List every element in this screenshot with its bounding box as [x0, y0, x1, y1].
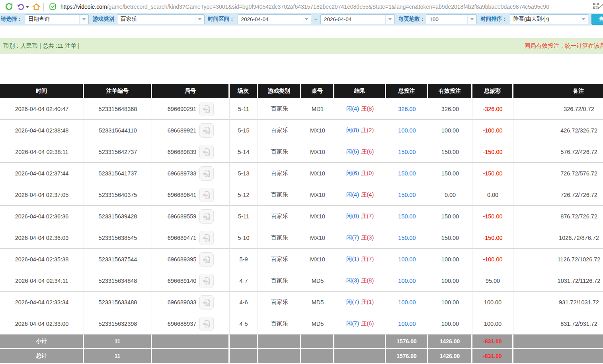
video-replay-button[interactable] — [199, 188, 214, 202]
cell-result: 闲(4) 庄(4) — [334, 184, 386, 206]
video-replay-button[interactable] — [199, 166, 214, 181]
cell-remark: 726.72/726.72 — [513, 184, 603, 206]
refresh-icon[interactable] — [4, 2, 14, 12]
cell-result: 闲(6) 庄(0) — [334, 163, 386, 184]
result-banker: 庄(7) — [361, 212, 374, 220]
date-from-value: 2026-04-04 — [238, 15, 302, 24]
footer-empty — [152, 349, 230, 363]
cell-total-bet[interactable]: 100.00 — [386, 249, 428, 270]
cell-round-id: 696690291 — [152, 98, 230, 120]
page-size-select[interactable]: 100 — [426, 14, 477, 24]
cell-total-bet[interactable]: 100.00 — [386, 120, 428, 141]
result-player: 闲(1) — [346, 255, 359, 263]
cell-session: 5-13 — [230, 163, 258, 184]
result-banker: 庄(1) — [361, 298, 374, 306]
table-row: 2026-04-04 02:33:34 523315633488 6966890… — [0, 292, 603, 313]
cell-total-bet[interactable]: 150.00 — [386, 184, 428, 206]
url-domain: videoie.com — [77, 4, 107, 10]
secure-shield-icon[interactable] — [48, 2, 57, 12]
footer-count: 11 — [84, 349, 152, 363]
home-icon[interactable] — [31, 2, 41, 12]
cell-total-bet[interactable]: 100.00 — [386, 313, 428, 335]
round-id-text: 696689559 — [168, 213, 197, 220]
footer-empty — [301, 349, 334, 363]
cell-result: 闲(0) 庄(7) — [334, 206, 386, 227]
url-scheme: https:// — [60, 4, 77, 10]
video-replay-button[interactable] — [199, 102, 214, 116]
video-replay-button[interactable] — [199, 252, 214, 267]
video-replay-button[interactable] — [199, 295, 214, 309]
query-type-value: 日期查询 — [25, 15, 79, 24]
footer-total-bet: 1576.00 — [386, 349, 428, 363]
cell-table-no: MX10 — [301, 184, 334, 206]
video-replay-button[interactable] — [199, 123, 214, 138]
chevron-down-icon[interactable] — [79, 15, 88, 24]
back-dropdown-caret[interactable] — [26, 6, 29, 8]
cell-time: 2026-04-04 02:36:36 — [0, 206, 84, 227]
search-button[interactable]: 查询 — [591, 14, 603, 25]
result-banker: 庄(8) — [361, 277, 374, 284]
footer-label: 总计 — [0, 349, 84, 363]
cell-result: 闲(8) 庄(2) — [334, 120, 386, 141]
footer-empty — [258, 335, 301, 348]
cell-bet-id: 523315633488 — [84, 292, 152, 313]
result-banker: 庄(6) — [361, 320, 374, 327]
chevron-down-icon[interactable] — [385, 15, 394, 24]
chevron-down-icon[interactable] — [579, 15, 588, 24]
cell-total-bet[interactable]: 326.00 — [386, 98, 428, 120]
round-id-text: 696689471 — [168, 235, 197, 241]
cell-game-type: 百家乐 — [258, 292, 301, 313]
date-to-select[interactable]: 2026-04-04 — [320, 14, 395, 24]
game-type-select[interactable]: 百家乐 — [117, 14, 205, 24]
cell-total-bet[interactable]: 150.00 — [386, 227, 428, 249]
cell-round-id: 696689033 — [152, 292, 230, 313]
cell-game-type: 百家乐 — [258, 313, 301, 335]
address-bar[interactable]: https://videoie.com/game/betrecord_searc… — [60, 4, 591, 10]
table-footer-row: 小计 11 1576.00 1426.00 -831.00 — [0, 335, 603, 349]
cell-table-no: MX10 — [301, 227, 334, 249]
cell-total-bet[interactable]: 150.00 — [386, 206, 428, 227]
video-replay-button[interactable] — [199, 145, 214, 159]
cell-payout: 100.00 — [472, 313, 513, 335]
toolbar-divider — [43, 3, 44, 11]
cell-total-bet[interactable]: 100.00 — [386, 270, 428, 292]
back-icon[interactable] — [16, 2, 25, 12]
date-from-select[interactable]: 2026-04-04 — [238, 14, 311, 24]
cell-valid-bet: 150.00 — [428, 141, 472, 163]
cell-total-bet[interactable]: 100.00 — [386, 292, 428, 313]
cell-remark: 831.72/931.72 — [513, 313, 603, 335]
video-replay-button[interactable] — [199, 274, 214, 288]
result-player: 闲(7) — [346, 298, 359, 306]
cell-payout: -100.00 — [472, 120, 513, 141]
table-row: 2026-04-04 02:35:38 523315637544 6966893… — [0, 249, 603, 270]
video-replay-button[interactable] — [199, 317, 214, 331]
cell-time: 2026-04-04 02:38:48 — [0, 120, 84, 141]
page-size-value: 100 — [426, 15, 467, 24]
video-replay-button[interactable] — [199, 231, 214, 245]
header-cell: 场次 — [230, 84, 258, 98]
cell-session: 5-10 — [230, 227, 258, 249]
cell-round-id: 696689733 — [152, 163, 230, 184]
chevron-down-icon[interactable] — [467, 15, 476, 24]
sort-select[interactable]: 降幂(由大到小) — [510, 14, 588, 24]
cell-game-type: 百家乐 — [258, 270, 301, 292]
table-header: 时间注单编号局号场次游戏类别桌号结果总投注有效投注总派彩备注 — [0, 84, 603, 98]
cell-total-bet[interactable]: 150.00 — [386, 141, 428, 163]
sort-label: 时间排序： — [480, 16, 507, 23]
url-path: /game/betrecord_search/kind3?GameType=30… — [107, 4, 549, 10]
cell-remark: 1126.72/1026.72 — [513, 249, 603, 270]
footer-empty — [258, 349, 301, 363]
table-row: 2026-04-04 02:34:11 523315634848 6966891… — [0, 270, 603, 292]
cell-time: 2026-04-04 02:38:11 — [0, 141, 84, 163]
chevron-down-icon[interactable] — [302, 15, 311, 24]
video-replay-button[interactable] — [199, 209, 214, 224]
result-player: 闲(5) — [346, 148, 359, 156]
cell-session: 4-7 — [230, 270, 258, 292]
header-cell: 时间 — [0, 84, 84, 98]
result-player: 闲(0) — [346, 212, 359, 220]
chevron-down-icon[interactable] — [195, 15, 204, 24]
cell-total-bet[interactable]: 150.00 — [386, 163, 428, 184]
query-type-select[interactable]: 日期查询 — [25, 14, 89, 24]
footer-empty — [230, 335, 258, 348]
cell-game-type: 百家乐 — [258, 141, 301, 163]
